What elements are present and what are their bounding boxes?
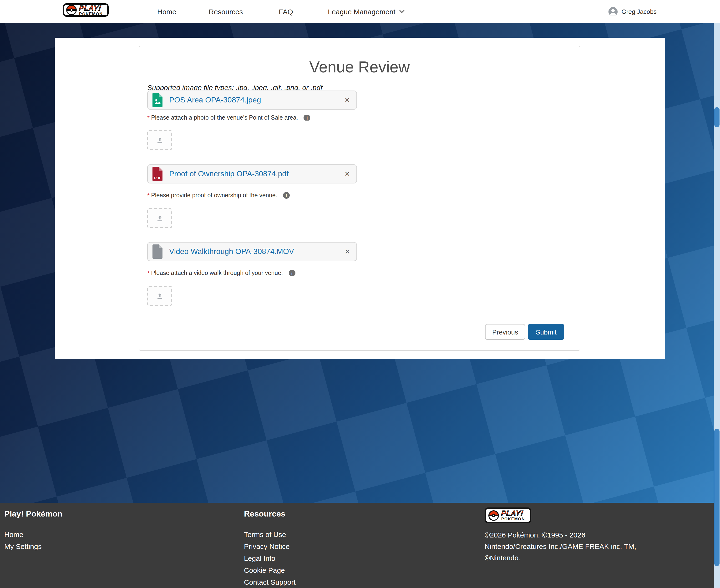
upload-icon [155, 214, 164, 222]
vertical-scrollbar[interactable] [714, 23, 720, 588]
top-navbar: PLAY! POKÉMON Home Resources FAQ League … [0, 0, 720, 23]
file-link-ownership[interactable]: Proof of Ownership OPA-30874.pdf [169, 170, 289, 178]
required-asterisk: * [147, 192, 150, 199]
image-file-icon [152, 93, 164, 107]
svg-text:PDF: PDF [154, 176, 161, 180]
info-icon[interactable]: i [283, 192, 290, 199]
logo-play-text: PLAY! [79, 4, 103, 12]
upload-section-video: Video Walkthrough OPA-30874.MOV × * Plea… [147, 242, 572, 306]
page-title: Venue Review [147, 58, 572, 76]
remove-file-button[interactable]: × [338, 247, 356, 256]
pokeball-icon [66, 5, 77, 15]
footer-column-resources: Resources Terms of Use Privacy Notice Le… [244, 509, 296, 588]
upload-icon [155, 292, 164, 300]
footer-link-privacy-notice[interactable]: Privacy Notice [244, 540, 296, 552]
user-menu[interactable]: Greg Jacobs [608, 0, 657, 23]
file-icon [152, 245, 164, 259]
section-divider [147, 312, 572, 312]
logo-play-text: PLAY! [501, 510, 525, 517]
file-chip-pos-area[interactable]: POS Area OPA-30874.jpeg × [147, 90, 357, 110]
requirement-row-ownership: * Please provide proof of ownership of t… [147, 192, 572, 199]
footer-heading: Play! Pokémon [4, 509, 62, 519]
copyright-line: ®Nintendo. [485, 552, 636, 564]
info-icon[interactable]: i [289, 270, 295, 276]
chevron-down-icon [399, 10, 405, 13]
requirement-row-pos-area: * Please attach a photo of the venue’s P… [147, 115, 572, 121]
requirement-text: Please attach a video walk through of yo… [151, 270, 283, 276]
page-background: Venue Review Supported image file types:… [0, 23, 720, 503]
remove-file-button[interactable]: × [338, 170, 356, 178]
nav-league-label: League Management [328, 7, 396, 16]
file-dropzone-ownership[interactable] [147, 208, 172, 228]
nav-item-home[interactable]: Home [157, 0, 176, 23]
requirement-row-video: * Please attach a video walk through of … [147, 269, 572, 277]
previous-button[interactable]: Previous [485, 324, 525, 340]
required-asterisk: * [147, 270, 150, 277]
logo-text: PLAY! POKÉMON [501, 510, 525, 521]
play-pokemon-logo[interactable]: PLAY! POKÉMON [63, 3, 108, 17]
required-asterisk: * [147, 115, 150, 121]
footer-column-play-pokemon: Play! Pokémon Home My Settings [4, 509, 62, 552]
requirement-text: Please attach a photo of the venue’s Poi… [151, 115, 298, 121]
footer-link-legal-info[interactable]: Legal Info [244, 552, 296, 564]
submit-button[interactable]: Submit [528, 324, 564, 340]
footer-column-legal: PLAY! POKÉMON ©2026 Pokémon. ©1995 - 202… [485, 507, 636, 564]
remove-file-button[interactable]: × [338, 96, 356, 104]
footer-link-cookie-page[interactable]: Cookie Page [244, 564, 296, 576]
nav-item-league-management[interactable]: League Management [328, 0, 405, 23]
footer-heading: Resources [244, 509, 296, 519]
nav-item-faq[interactable]: FAQ [279, 0, 293, 23]
pdf-file-icon: PDF [152, 167, 164, 181]
file-link-pos-area[interactable]: POS Area OPA-30874.jpeg [169, 96, 261, 104]
form-actions: Previous Submit [147, 324, 572, 340]
file-chip-video[interactable]: Video Walkthrough OPA-30874.MOV × [147, 242, 357, 261]
footer-link-terms-of-use[interactable]: Terms of Use [244, 528, 296, 540]
footer-link-my-settings[interactable]: My Settings [4, 540, 62, 552]
pokeball-icon [488, 510, 499, 521]
file-types-note: Supported image file types: .jpg, .jpeg,… [147, 83, 572, 89]
requirement-text: Please provide proof of ownership of the… [151, 192, 277, 199]
info-icon[interactable]: i [304, 115, 311, 121]
file-chip-ownership[interactable]: PDF Proof of Ownership OPA-30874.pdf × [147, 164, 357, 184]
logo-text: PLAY! POKÉMON [79, 4, 103, 16]
venue-review-card: Venue Review Supported image file types:… [139, 46, 580, 351]
file-dropzone-video[interactable] [147, 286, 172, 306]
nav-item-resources[interactable]: Resources [209, 0, 243, 23]
footer-link-home[interactable]: Home [4, 528, 62, 540]
upload-section-ownership: PDF Proof of Ownership OPA-30874.pdf × *… [147, 164, 572, 228]
page-footer: Play! Pokémon Home My Settings Resources… [0, 503, 720, 588]
footer-link-contact-support[interactable]: Contact Support [244, 576, 296, 588]
copyright-text: ©2026 Pokémon. ©1995 - 2026 Nintendo/Cre… [485, 529, 636, 564]
file-dropzone-pos-area[interactable] [147, 130, 172, 150]
user-avatar-icon [608, 6, 618, 17]
upload-icon [155, 136, 164, 144]
scrollbar-thumb[interactable] [714, 429, 720, 566]
upload-section-pos-area: POS Area OPA-30874.jpeg × * Please attac… [147, 90, 572, 150]
user-name: Greg Jacobs [621, 8, 657, 15]
file-link-video[interactable]: Video Walkthrough OPA-30874.MOV [169, 247, 294, 256]
logo-pokemon-text: POKÉMON [79, 12, 103, 16]
logo-pokemon-text: POKÉMON [501, 517, 525, 521]
copyright-line: ©2026 Pokémon. ©1995 - 2026 [485, 529, 636, 541]
footer-play-pokemon-logo: PLAY! POKÉMON [485, 507, 531, 523]
content-panel: Venue Review Supported image file types:… [55, 38, 665, 359]
scrollbar-thumb[interactable] [714, 107, 720, 127]
copyright-line: Nintendo/Creatures Inc./GAME FREAK inc. … [485, 541, 636, 552]
